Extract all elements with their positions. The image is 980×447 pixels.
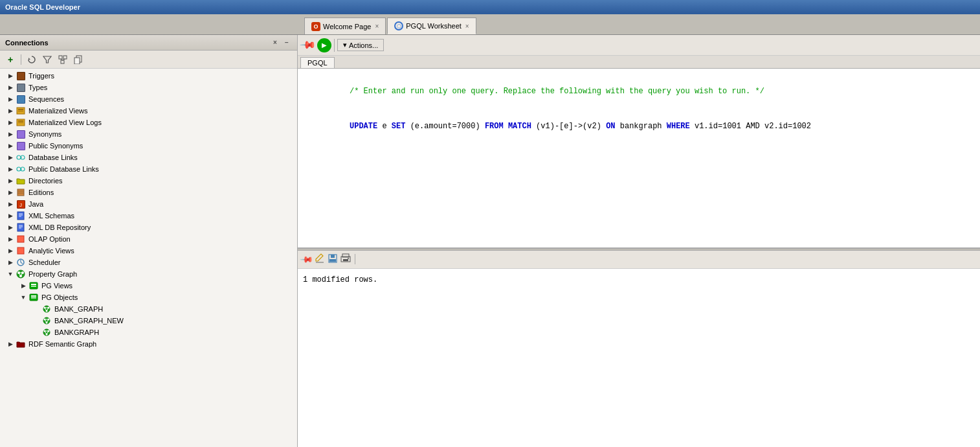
code-editor[interactable]: /* Enter and run only one query. Replace… [298,69,980,248]
svg-rect-21 [17,189,24,196]
tab-pgql-label: PGQL Worksheet [406,22,462,30]
db-links-label: Database Links [28,154,78,161]
editions-icon [16,187,26,198]
tree-item-olap[interactable]: ▶ OLAP Option [0,233,297,245]
tree-item-matviews[interactable]: ▶ Materialized Views [0,105,297,117]
tree-item-public-synonyms[interactable]: ▶ Public Synonyms [0,140,297,152]
toggle-olap[interactable]: ▶ [5,234,16,244]
tree-item-triggers[interactable]: ▶ Triggers [0,70,297,82]
svg-marker-1 [43,56,51,63]
add-connection-button[interactable]: + [4,53,17,66]
xml-db-label: XML DB Repository [28,224,91,231]
toggle-property-graph[interactable]: ▼ [5,269,16,279]
toggle-editions[interactable]: ▶ [5,187,16,198]
result-pin-button[interactable]: 📌 [300,252,314,266]
pin-button[interactable]: 📌 [299,36,317,54]
run-button[interactable]: ▶ [317,38,331,52]
svg-point-15 [17,155,21,159]
scheduler-label: Scheduler [28,258,61,266]
svg-rect-32 [17,236,24,242]
toggle-triggers[interactable]: ▶ [5,71,16,81]
right-panel: 📌 ▶ ▾ Actions... PGQL /* Enter and run o… [298,35,980,447]
toggle-directories[interactable]: ▶ [5,176,16,186]
toggle-db-links[interactable]: ▶ [5,152,16,163]
pgql-tab-label: PGQL [307,59,328,67]
tree-item-db-links[interactable]: ▶ Database Links [0,152,297,163]
schema-button[interactable] [56,53,69,66]
tree-item-property-graph[interactable]: ▼ Property Graph [0,268,297,280]
tab-welcome[interactable]: O Welcome Page × [304,17,386,34]
tab-pgql[interactable]: ⬡ PGQL Worksheet × [387,17,476,34]
pgql-sub-tab[interactable]: PGQL [300,57,335,68]
toggle-java[interactable]: ▶ [5,199,16,209]
tree-item-editions[interactable]: ▶ Editions [0,187,297,198]
close-panel-button[interactable]: × [270,38,280,48]
tree-item-scheduler[interactable]: ▶ Scheduler [0,257,297,268]
types-label: Types [28,84,47,91]
toggle-analytic-views[interactable]: ▶ [5,246,16,256]
tree-item-xml-schemas[interactable]: ▶ XML Schemas [0,210,297,222]
tab-pgql-close[interactable]: × [465,23,469,30]
sequences-icon [16,94,26,104]
toggle-types[interactable]: ▶ [5,82,16,93]
actions-dropdown-icon: ▾ [343,41,347,49]
tree-item-java[interactable]: ▶ J Java [0,198,297,210]
tree-item-pg-objects[interactable]: ▼ PG Objects [0,292,297,303]
tree-area[interactable]: ▶ Triggers ▶ Types ▶ Sequences [0,69,297,447]
result-edit-button[interactable] [315,253,325,266]
matview-logs-icon [16,117,26,128]
tree-item-rdf[interactable]: ▶ RDF Semantic Graph [0,338,297,350]
editions-label: Editions [28,189,54,196]
tree-item-xml-db[interactable]: ▶ XML DB Repository [0,222,297,233]
toggle-xml-schemas[interactable]: ▶ [5,211,16,221]
tree-item-directories[interactable]: ▶ Directories [0,175,297,187]
tree-item-bank-graph-new[interactable]: ▶ BANK_GRAPH_NEW [0,315,297,327]
toggle-pg-objects[interactable]: ▼ [18,292,28,303]
java-icon: J [16,199,26,209]
app-title: Oracle SQL Developer [5,3,80,11]
minimize-panel-button[interactable]: − [282,38,292,48]
toggle-xml-db[interactable]: ▶ [5,222,16,233]
tree-item-bank-graph[interactable]: ▶ BANK_GRAPH [0,303,297,315]
filter-button[interactable] [41,53,54,66]
pgql-tab-bar: PGQL [298,56,980,69]
toggle-pg-views[interactable]: ▶ [18,281,28,291]
tree-item-pg-views[interactable]: ▶ PG Views [0,280,297,292]
tab-welcome-close[interactable]: × [375,23,379,30]
svg-point-78 [348,258,349,259]
main-container: Oracle SQL Developer O Welcome Page × ⬡ … [0,0,980,447]
tree-item-public-db-links[interactable]: ▶ Public Database Links [0,163,297,175]
tree-item-bankgraph[interactable]: ▶ BANKGRAPH [0,327,297,338]
toggle-scheduler[interactable]: ▶ [5,257,16,268]
property-graph-icon [16,269,26,279]
toggle-matview-logs[interactable]: ▶ [5,117,16,128]
toggle-matviews[interactable]: ▶ [5,106,16,116]
result-text: 1 modified rows. [303,274,975,286]
result-save-button[interactable] [328,253,338,266]
xml-schemas-icon [16,211,26,221]
types-icon [16,82,26,93]
triggers-label: Triggers [28,72,54,80]
refresh-button[interactable] [25,53,38,66]
copy-button[interactable] [72,53,85,66]
toggle-synonyms[interactable]: ▶ [5,129,16,139]
welcome-tab-icon: O [311,22,320,31]
toggle-rdf[interactable]: ▶ [5,339,16,349]
tree-item-matview-logs[interactable]: ▶ Materialized View Logs [0,117,297,128]
result-toolbar-separator [355,254,355,264]
tree-item-synonyms[interactable]: ▶ Synonyms [0,128,297,140]
tree-item-types[interactable]: ▶ Types [0,82,297,93]
pgql-tab-icon: ⬡ [394,21,403,30]
directories-label: Directories [28,177,63,185]
tree-item-analytic-views[interactable]: ▶ Analytic Views [0,245,297,257]
result-print-button[interactable] [340,253,351,266]
xml-schemas-label: XML Schemas [28,212,74,220]
toggle-public-db-links[interactable]: ▶ [5,164,16,174]
directories-icon [16,176,26,186]
actions-button[interactable]: ▾ Actions... [337,39,384,51]
bank-graph-new-label: BANK_GRAPH_NEW [54,317,124,325]
tree-item-sequences[interactable]: ▶ Sequences [0,93,297,105]
toggle-sequences[interactable]: ▶ [5,94,16,104]
toggle-public-synonyms[interactable]: ▶ [5,141,16,151]
svg-rect-33 [17,247,24,254]
